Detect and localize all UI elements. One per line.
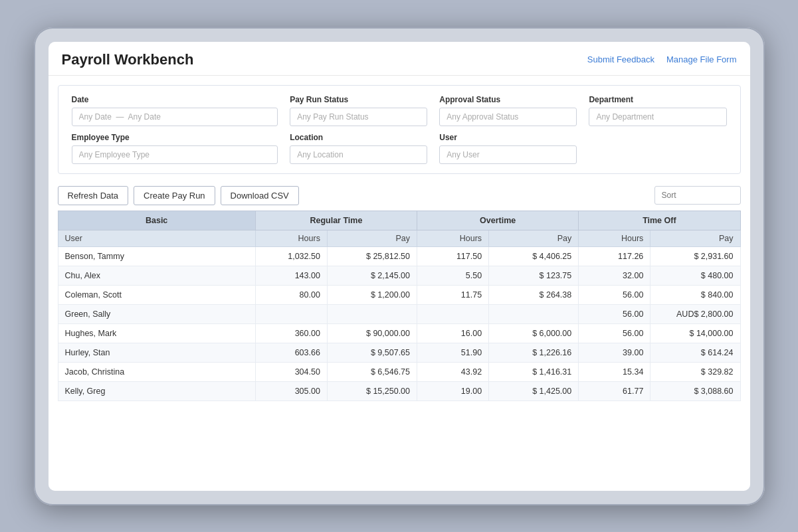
screen: Payroll Workbench Submit Feedback Manage… (49, 42, 750, 491)
toolbar: Refresh Data Create Pay Run Download CSV (49, 181, 750, 211)
filter-group-date: Date (72, 95, 278, 126)
cell-reg-hours: 603.66 (255, 343, 327, 362)
location-input[interactable] (290, 145, 427, 164)
cell-to-hours: 15.34 (579, 362, 650, 381)
cell-user: Coleman, Scott (58, 285, 255, 304)
cell-ot-hours: 117.50 (417, 246, 489, 266)
table-row: Chu, Alex 143.00 $ 2,145.00 5.50 $ 123.7… (58, 266, 740, 285)
cell-reg-hours: 304.50 (255, 362, 327, 381)
filter-group-pay-run-status: Pay Run Status (290, 95, 427, 126)
cell-user: Kelly, Greg (58, 381, 255, 400)
cell-to-pay: $ 840.00 (650, 285, 740, 304)
refresh-data-button[interactable]: Refresh Data (58, 186, 129, 205)
filter-group-location: Location (290, 133, 427, 164)
app-container: Payroll Workbench Submit Feedback Manage… (49, 42, 750, 491)
location-label: Location (290, 133, 427, 142)
date-input[interactable] (72, 108, 278, 126)
employee-type-input[interactable] (72, 145, 278, 164)
pay-run-status-input[interactable] (290, 108, 427, 126)
cell-ot-hours (417, 304, 489, 323)
sub-header-to-hours: Hours (579, 230, 650, 246)
cell-to-pay: $ 480.00 (650, 266, 740, 285)
cell-reg-pay (327, 304, 417, 323)
approval-status-label: Approval Status (439, 95, 577, 104)
sub-header-reg-pay: Pay (327, 230, 417, 246)
basic-group-header: Basic (58, 211, 255, 230)
cell-ot-hours: 11.75 (417, 285, 489, 304)
cell-to-hours: 32.00 (579, 266, 650, 285)
page-header: Payroll Workbench Submit Feedback Manage… (49, 42, 750, 76)
employee-type-label: Employee Type (72, 133, 278, 142)
page-title: Payroll Workbench (62, 51, 194, 68)
cell-user: Jacob, Christina (58, 362, 255, 381)
table-row: Coleman, Scott 80.00 $ 1,200.00 11.75 $ … (58, 285, 740, 304)
cell-reg-hours (255, 304, 327, 323)
cell-reg-hours: 305.00 (255, 381, 327, 400)
sub-header-ot-hours: Hours (417, 230, 489, 246)
table-row: Benson, Tammy 1,032.50 $ 25,812.50 117.5… (58, 246, 740, 266)
cell-ot-pay: $ 4,406.25 (489, 246, 579, 266)
date-label: Date (72, 95, 278, 104)
cell-ot-pay: $ 1,425.00 (489, 381, 579, 400)
cell-ot-pay: $ 1,416.31 (489, 362, 579, 381)
cell-reg-pay: $ 2,145.00 (327, 266, 417, 285)
filter-group-approval-status: Approval Status (439, 95, 577, 126)
table-row: Jacob, Christina 304.50 $ 6,546.75 43.92… (58, 362, 740, 381)
filter-group-employee-type: Employee Type (72, 133, 278, 164)
submit-feedback-link[interactable]: Submit Feedback (587, 54, 654, 64)
filter-row-1: Date Pay Run Status Approval Status Depa… (72, 95, 727, 126)
table-container: Basic Regular Time Overtime Time Off Use… (49, 211, 750, 410)
sub-header-user: User (58, 230, 255, 246)
filter-group-spacer (589, 133, 726, 164)
cell-ot-pay: $ 6,000.00 (489, 323, 579, 343)
table-group-header-row: Basic Regular Time Overtime Time Off (58, 211, 740, 230)
cell-to-pay: $ 14,000.00 (650, 323, 740, 343)
approval-status-input[interactable] (439, 108, 577, 126)
sort-input[interactable] (654, 186, 741, 205)
filter-row-2: Employee Type Location User (72, 133, 727, 164)
cell-to-pay: $ 2,931.60 (650, 246, 740, 266)
cell-reg-hours: 143.00 (255, 266, 327, 285)
device-frame: Payroll Workbench Submit Feedback Manage… (34, 27, 765, 505)
cell-to-pay: AUD$ 2,800.00 (650, 304, 740, 323)
payroll-table: Basic Regular Time Overtime Time Off Use… (58, 211, 741, 401)
cell-user: Benson, Tammy (58, 246, 255, 266)
cell-user: Hurley, Stan (58, 343, 255, 362)
create-pay-run-button[interactable]: Create Pay Run (134, 186, 215, 205)
cell-reg-pay: $ 25,812.50 (327, 246, 417, 266)
table-row: Kelly, Greg 305.00 $ 15,250.00 19.00 $ 1… (58, 381, 740, 400)
cell-to-hours: 56.00 (579, 323, 650, 343)
download-csv-button[interactable]: Download CSV (221, 186, 299, 205)
cell-to-hours: 56.00 (579, 285, 650, 304)
user-label: User (439, 133, 577, 142)
cell-ot-hours: 19.00 (417, 381, 489, 400)
cell-to-pay: $ 614.24 (650, 343, 740, 362)
cell-to-hours: 117.26 (579, 246, 650, 266)
filter-group-user: User (439, 133, 577, 164)
table-row: Hughes, Mark 360.00 $ 90,000.00 16.00 $ … (58, 323, 740, 343)
table-row: Green, Sally 56.00 AUD$ 2,800.00 (58, 304, 740, 323)
cell-reg-pay: $ 90,000.00 (327, 323, 417, 343)
cell-to-hours: 39.00 (579, 343, 650, 362)
cell-to-hours: 56.00 (579, 304, 650, 323)
cell-ot-pay: $ 123.75 (489, 266, 579, 285)
cell-user: Green, Sally (58, 304, 255, 323)
cell-ot-pay: $ 1,226.16 (489, 343, 579, 362)
table-row: Hurley, Stan 603.66 $ 9,507.65 51.90 $ 1… (58, 343, 740, 362)
cell-ot-hours: 43.92 (417, 362, 489, 381)
cell-reg-pay: $ 9,507.65 (327, 343, 417, 362)
table-body: Benson, Tammy 1,032.50 $ 25,812.50 117.5… (58, 246, 740, 400)
user-input[interactable] (439, 145, 577, 164)
sub-header-ot-pay: Pay (489, 230, 579, 246)
time-off-group-header: Time Off (579, 211, 740, 230)
cell-reg-hours: 1,032.50 (255, 246, 327, 266)
filters-section: Date Pay Run Status Approval Status Depa… (58, 85, 741, 174)
cell-reg-pay: $ 1,200.00 (327, 285, 417, 304)
department-input[interactable] (589, 108, 726, 126)
manage-file-form-link[interactable]: Manage File Form (666, 54, 736, 64)
cell-reg-hours: 360.00 (255, 323, 327, 343)
cell-to-hours: 61.77 (579, 381, 650, 400)
cell-ot-hours: 16.00 (417, 323, 489, 343)
cell-user: Chu, Alex (58, 266, 255, 285)
pay-run-status-label: Pay Run Status (290, 95, 427, 104)
